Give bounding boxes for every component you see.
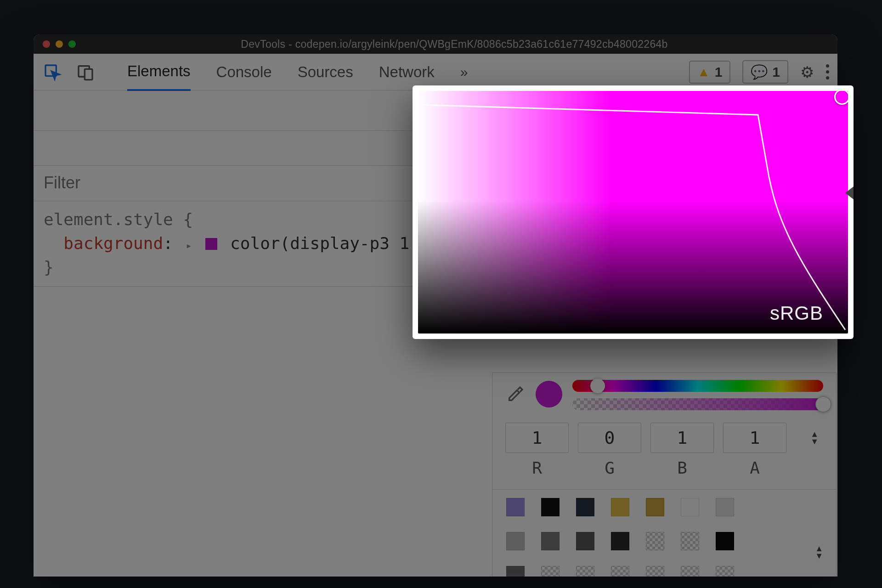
palette-swatch[interactable] (681, 498, 699, 516)
format-switch-icon[interactable]: ▲▼ (810, 430, 819, 445)
hue-thumb[interactable] (590, 379, 605, 393)
svg-rect-2 (85, 69, 92, 79)
eyedropper-icon[interactable] (505, 384, 526, 404)
devtools-toolbar: Elements Console Sources Network » ▲ 1 💬… (34, 54, 837, 90)
channel-g-input[interactable]: 0 (578, 423, 641, 453)
palette-swatch[interactable] (576, 566, 594, 577)
channel-a-label: A (723, 458, 786, 477)
rule-selector[interactable]: element.style (44, 210, 173, 229)
palette-swatch[interactable] (646, 566, 664, 577)
palette-swatch[interactable] (541, 566, 560, 577)
channel-g-label: G (578, 458, 641, 477)
inspect-element-icon[interactable] (42, 62, 63, 83)
palette-swatch[interactable] (611, 566, 629, 577)
palette-swatch[interactable] (646, 532, 664, 550)
spectrum-cursor[interactable] (834, 91, 848, 105)
gamut-boundary-label: sRGB (770, 302, 823, 324)
palette-swatches (492, 498, 836, 577)
palette-swatch[interactable] (576, 498, 594, 516)
palette-swatch[interactable] (541, 532, 560, 550)
warnings-badge[interactable]: ▲ 1 (689, 61, 730, 84)
info-count: 1 (772, 64, 780, 80)
palette-swatch[interactable] (646, 498, 664, 516)
warning-icon: ▲ (697, 65, 710, 79)
overflow-menu-icon[interactable] (826, 64, 829, 79)
color-swatch-icon[interactable] (205, 238, 217, 250)
titlebar: DevTools - codepen.io/argyleink/pen/QWBg… (34, 34, 837, 54)
info-badge[interactable]: 💬 1 (742, 60, 788, 84)
more-tabs-icon[interactable]: » (460, 64, 468, 80)
palette-swatch[interactable] (506, 498, 525, 516)
alpha-slider[interactable] (572, 398, 823, 410)
expand-icon[interactable]: ▸ (186, 240, 192, 251)
palette-swatch[interactable] (681, 532, 699, 550)
palette-swatch[interactable] (716, 498, 734, 516)
palette-swatch[interactable] (716, 566, 734, 577)
tab-elements[interactable]: Elements (127, 53, 191, 91)
color-picker-body: 1 0 1 1 ▲▼ R G B A ▲▼ (492, 373, 837, 577)
palette-swatch[interactable] (611, 532, 629, 550)
close-icon[interactable] (43, 40, 50, 48)
channel-b-input[interactable]: 1 (650, 423, 714, 453)
tab-network[interactable]: Network (379, 54, 435, 90)
warnings-count: 1 (715, 64, 723, 80)
traffic-lights (43, 40, 76, 48)
css-property-name[interactable]: background (63, 234, 163, 253)
channel-b-label: B (650, 458, 714, 477)
palette-swatch[interactable] (541, 498, 560, 516)
maximize-icon[interactable] (68, 40, 76, 48)
palette-switch-icon[interactable]: ▲▼ (815, 545, 823, 560)
window-title: DevTools - codepen.io/argyleink/pen/QWBg… (80, 38, 828, 51)
palette-swatch[interactable] (681, 566, 699, 577)
palette-swatch[interactable] (576, 532, 594, 550)
alpha-thumb[interactable] (815, 396, 831, 412)
tab-console[interactable]: Console (216, 54, 272, 90)
current-color-preview (536, 381, 562, 407)
device-toggle-icon[interactable] (75, 62, 96, 83)
css-property-value[interactable]: color(display-p3 1 0 (230, 234, 429, 253)
hue-slider[interactable] (572, 380, 823, 392)
info-icon: 💬 (751, 64, 768, 80)
minimize-icon[interactable] (56, 40, 63, 48)
channel-a-input[interactable]: 1 (723, 423, 786, 453)
channel-r-label: R (505, 458, 569, 477)
palette-swatch[interactable] (716, 532, 734, 550)
spectrum-popover: sRGB (413, 85, 854, 339)
color-spectrum[interactable]: sRGB (418, 91, 848, 334)
gamut-indicator-icon (845, 187, 854, 199)
palette-swatch[interactable] (506, 532, 525, 550)
settings-icon[interactable]: ⚙ (800, 63, 814, 81)
palette-swatch[interactable] (506, 566, 525, 577)
channel-r-input[interactable]: 1 (505, 423, 569, 453)
palette-swatch[interactable] (611, 498, 629, 516)
tab-sources[interactable]: Sources (298, 54, 353, 90)
